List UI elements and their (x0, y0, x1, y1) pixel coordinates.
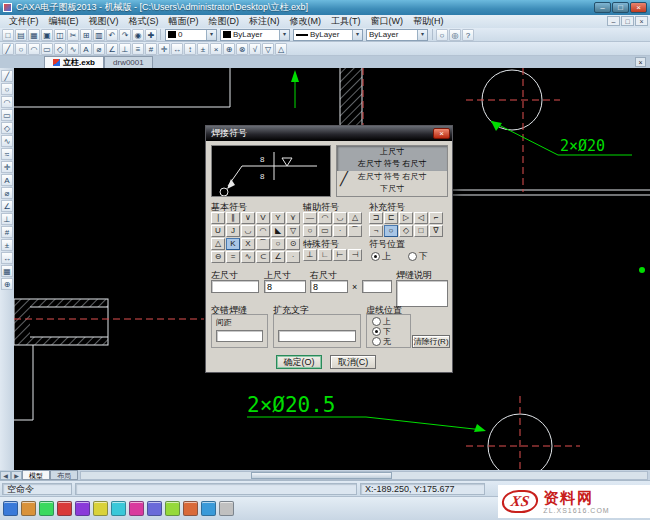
arc-icon[interactable]: ◠ (28, 43, 40, 55)
offset-icon[interactable]: ± (197, 43, 209, 55)
menu-item[interactable]: 视图(V) (84, 15, 124, 28)
quick-tool-icon[interactable] (75, 501, 90, 516)
open-file-icon[interactable]: ▤ (15, 29, 27, 41)
weld-symbol-button[interactable]: · (333, 225, 347, 237)
color-combo[interactable]: ByLayer ▾ (220, 29, 290, 41)
spacing-input[interactable] (216, 330, 263, 342)
menu-item[interactable]: 帮助(H) (408, 15, 449, 28)
scrollbar-thumb[interactable] (251, 472, 393, 479)
quick-tool-icon[interactable] (93, 501, 108, 516)
tab-scroll-right-icon[interactable]: ▶ (11, 471, 22, 480)
dialog-title[interactable]: 焊接符号 (206, 126, 452, 141)
tab-close-button[interactable]: × (635, 57, 646, 67)
dialog-close-button[interactable]: × (433, 128, 450, 139)
arc-icon[interactable]: ◠ (1, 96, 13, 108)
tolerance-icon[interactable]: ± (1, 239, 13, 251)
close-button[interactable]: × (630, 2, 647, 13)
weld-symbol-button[interactable]: ⋎ (286, 212, 300, 224)
menu-item[interactable]: 编辑(E) (44, 15, 84, 28)
scale-icon[interactable]: × (210, 43, 222, 55)
quick-tool-icon[interactable] (201, 501, 216, 516)
symbol-position-up-radio[interactable] (371, 252, 380, 261)
quick-tool-icon[interactable] (57, 501, 72, 516)
weld-symbol-button[interactable]: ⊥ (303, 249, 317, 261)
weld-symbol-button[interactable]: ∣ (211, 212, 225, 224)
lineweight-combo[interactable]: ByLayer ▾ (366, 29, 428, 41)
weld-symbol-button[interactable]: ⊢ (333, 249, 347, 261)
text-icon[interactable]: A (1, 174, 13, 186)
regen-icon[interactable]: ◎ (449, 29, 461, 41)
weld-symbol-button[interactable]: △ (348, 212, 362, 224)
dash-up-radio[interactable] (372, 317, 381, 326)
mirror-icon[interactable]: ↔ (171, 43, 183, 55)
curve-icon[interactable]: ≈ (1, 148, 13, 160)
chevron-down-icon[interactable]: ▾ (417, 30, 427, 40)
weld-symbol-button[interactable]: X (241, 238, 255, 250)
weld-symbol-button[interactable]: ◁ (414, 212, 428, 224)
mdi-close-button[interactable]: × (635, 16, 648, 26)
grid-icon[interactable]: ▦ (1, 265, 13, 277)
layout-below-line[interactable]: ╱ 左尺寸 符号 右尺寸 下尺寸 (337, 171, 447, 196)
weld-symbol-button[interactable]: ◡ (241, 225, 255, 237)
model-tab[interactable]: 模型 (22, 470, 50, 480)
clear-row-button[interactable]: 清除行(R) (412, 335, 450, 348)
menu-item[interactable]: 幅面(P) (164, 15, 204, 28)
tab-scroll-left-icon[interactable]: ◀ (0, 471, 11, 480)
weld-symbol-button[interactable]: ⌒ (256, 238, 270, 250)
line-icon[interactable]: ╱ (1, 70, 13, 82)
undo-icon[interactable]: ↶ (106, 29, 118, 41)
mdi-minimize-button[interactable]: – (607, 16, 620, 26)
menu-item[interactable]: 修改(M) (285, 15, 327, 28)
right-dim-input[interactable] (310, 280, 348, 293)
layers-icon[interactable]: ≡ (132, 43, 144, 55)
weld-symbol-button[interactable]: ○ (384, 225, 398, 237)
layer-combo[interactable]: 0 ▾ (165, 29, 217, 41)
insert-object-icon[interactable]: ◉ (132, 29, 144, 41)
chamfer-icon[interactable]: △ (275, 43, 287, 55)
weld-symbol-button[interactable]: ⊖ (211, 251, 225, 263)
angle-icon[interactable]: ∠ (1, 200, 13, 212)
menu-item[interactable]: 绘图(D) (204, 15, 245, 28)
spline-icon[interactable]: ∿ (1, 135, 13, 147)
dash-down-radio[interactable] (372, 327, 381, 336)
save-icon[interactable]: ▦ (28, 29, 40, 41)
zoom-in-icon[interactable]: ✚ (145, 29, 157, 41)
rotate-icon[interactable]: ↕ (184, 43, 196, 55)
weld-symbol-button[interactable]: ∇ (429, 225, 443, 237)
menu-item[interactable]: 文件(F) (4, 15, 44, 28)
weld-symbol-button[interactable]: ⊙ (286, 238, 300, 250)
dimension-layout-box[interactable]: 上尺寸 左尺寸 符号 右尺寸 ╱ 左尺寸 符号 右尺寸 下尺寸 (336, 145, 448, 197)
zoom-icon[interactable]: ○ (436, 29, 448, 41)
weld-symbol-button[interactable]: ▷ (399, 212, 413, 224)
help-icon[interactable]: ? (462, 29, 474, 41)
weld-symbol-button[interactable]: ◠ (318, 212, 332, 224)
menu-item[interactable]: 标注(N) (244, 15, 285, 28)
trim-icon[interactable]: ⊗ (236, 43, 248, 55)
cut-icon[interactable]: ✂ (67, 29, 79, 41)
weld-symbol-button[interactable]: ⌐ (429, 212, 443, 224)
menu-item[interactable]: 窗口(W) (366, 15, 409, 28)
count-input[interactable] (362, 280, 392, 293)
diameter-icon[interactable]: ⌀ (1, 187, 13, 199)
weld-symbol-button[interactable]: △ (211, 238, 225, 250)
weld-symbol-button[interactable]: ⊂ (256, 251, 270, 263)
weld-symbol-button[interactable]: · (286, 251, 300, 263)
quick-tool-icon[interactable] (3, 501, 18, 516)
ok-button[interactable]: 确定(O) (276, 355, 322, 369)
horizontal-scrollbar[interactable] (80, 471, 648, 480)
weld-note-textarea[interactable] (396, 280, 448, 307)
symbol-position-down-radio[interactable] (408, 252, 417, 261)
quick-tool-icon[interactable] (111, 501, 126, 516)
weld-symbol-button[interactable]: ⊐ (369, 212, 383, 224)
redo-icon[interactable]: ↷ (119, 29, 131, 41)
mdi-restore-button[interactable]: □ (621, 16, 634, 26)
weld-symbol-button[interactable]: ○ (303, 225, 317, 237)
array-icon[interactable]: ⊕ (223, 43, 235, 55)
paste-icon[interactable]: ▥ (93, 29, 105, 41)
rectangle-icon[interactable]: ▭ (1, 109, 13, 121)
ext-text-input[interactable] (278, 330, 356, 342)
menu-item[interactable]: 工具(T) (326, 15, 366, 28)
new-file-icon[interactable]: □ (2, 29, 14, 41)
quick-tool-icon[interactable] (165, 501, 180, 516)
extend-icon[interactable]: √ (249, 43, 261, 55)
